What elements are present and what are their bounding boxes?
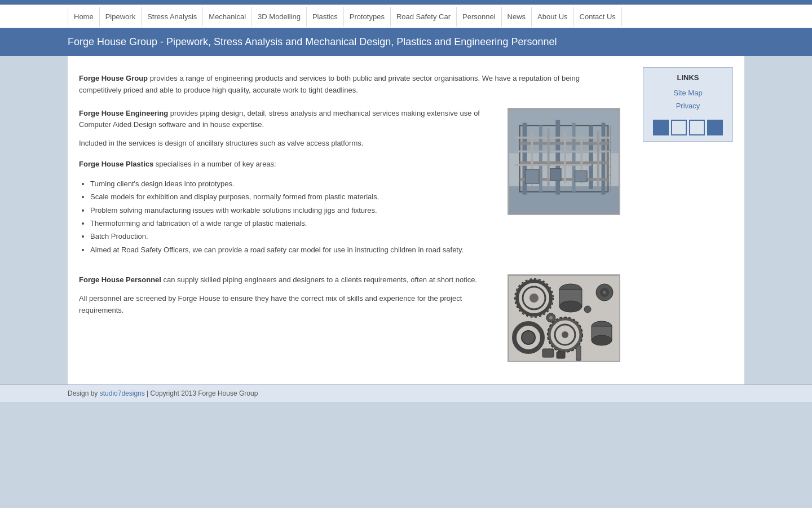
parts-image [508,274,620,362]
list-item: Turning client's design ideas into proto… [90,177,496,190]
forge-house-personnel-bold: Forge House Personnel [79,275,161,284]
svg-point-47 [522,331,535,344]
nav-item-mechanical[interactable]: Mechanical [203,7,252,27]
industrial-image [508,108,620,215]
svg-rect-6 [555,120,560,194]
list-item: Batch Production. [90,230,496,243]
plastics-bullet-list: Turning client's design ideas into proto… [90,177,496,256]
personnel-text-body: can supply skilled piping engineers and … [161,275,477,284]
deco-block-1 [653,120,669,135]
section-forge-house-group: Forge House Group provides a range of en… [79,73,620,97]
nav-item-contact-us[interactable]: Contact Us [574,7,622,27]
svg-rect-23 [575,170,588,182]
plastics-intro-text: specialises in a number of key areas: [153,160,276,168]
intro-text: provides a range of engineering products… [79,74,580,94]
parts-svg [509,275,620,362]
links-title: LINKS [649,73,727,82]
svg-rect-20 [597,131,599,186]
title-banner: Forge House Group - Pipework, Stress Ana… [0,28,812,56]
plastics-paragraph: Forge House Plastics specialises in a nu… [79,159,496,170]
footer: Design by studio7designs | Copyright 201… [0,384,812,402]
parts-image-container [508,274,620,362]
svg-rect-58 [542,349,554,357]
designer-link[interactable]: studio7designs [100,389,145,397]
list-item: Thermoforming and fabrication of a wide … [90,217,496,230]
footer-copyright: | Copyright 2013 Forge House Group [145,389,258,397]
svg-rect-17 [548,128,550,186]
page-title: Forge House Group - Pipework, Stress Ana… [68,36,744,48]
site-map-link[interactable]: Site Map [649,86,727,99]
svg-rect-9 [602,122,606,194]
list-item: Aimed at Road Safety Officers, we can pr… [90,243,496,256]
svg-rect-22 [550,168,562,181]
svg-point-45 [603,291,606,294]
industrial-image-container [508,108,620,264]
industrial-svg [509,109,619,214]
nav-item-3d-modelling[interactable]: 3D Modelling [252,7,307,27]
section-engineering: Forge House Engineering provides piping … [79,108,620,264]
nav-item-news[interactable]: News [502,7,532,27]
engineering-text: Forge House Engineering provides piping … [79,108,496,264]
svg-point-56 [549,316,553,319]
nav-item-about-us[interactable]: About Us [532,7,573,27]
forge-house-engineering-bold: Forge House Engineering [79,109,168,117]
main-content: Forge House Group provides a range of en… [68,56,744,384]
list-item: Scale models for exhibition and display … [90,190,496,203]
decorative-blocks [649,120,727,135]
deco-block-3 [689,120,705,135]
top-accent-bar [0,0,812,5]
svg-point-54 [592,335,612,345]
navigation-bar: Home Pipework Stress Analysis Mechanical… [0,5,812,28]
forge-house-plastics-bold: Forge House Plastics [79,160,153,168]
svg-marker-61 [576,360,581,362]
list-item: Problem solving manufacturing issues wit… [90,204,496,217]
sidebar: LINKS Site Map Privacy [643,67,733,373]
forge-house-group-bold: Forge House Group [79,74,148,82]
section-plastics: Forge House Plastics specialises in a nu… [79,159,496,256]
nav-item-prototypes[interactable]: Prototypes [344,7,391,27]
svg-point-57 [584,306,591,313]
svg-rect-59 [557,352,565,358]
sidebar-links-box: LINKS Site Map Privacy [643,67,733,142]
content-area: Forge House Group provides a range of en… [79,67,632,373]
deco-block-4 [707,120,723,135]
svg-rect-5 [539,125,542,191]
svg-rect-21 [525,169,539,183]
svg-point-42 [559,301,582,312]
nav-item-stress-analysis[interactable]: Stress Analysis [142,7,203,27]
svg-rect-60 [576,346,581,360]
svg-point-50 [562,331,568,338]
personnel-paragraph-1: Forge House Personnel can supply skilled… [79,274,496,286]
intro-paragraph: Forge House Group provides a range of en… [79,73,620,97]
privacy-link[interactable]: Privacy [649,99,727,112]
svg-rect-15 [514,164,592,165]
svg-rect-18 [564,131,566,183]
section-personnel: Forge House Personnel can supply skilled… [79,274,620,362]
personnel-text: Forge House Personnel can supply skilled… [79,274,496,362]
nav-item-road-safety-car[interactable]: Road Safety Car [391,7,457,27]
nav-item-personnel[interactable]: Personnel [457,7,502,27]
nav-item-home[interactable]: Home [68,7,100,27]
footer-text: Design by [68,389,100,397]
svg-point-38 [529,294,539,303]
personnel-paragraph-2: All personnel are screened by Forge Hous… [79,293,496,317]
engineering-paragraph-2: Included in the services is design of an… [79,138,496,150]
nav-item-pipework[interactable]: Pipework [100,7,142,27]
nav-item-plastics[interactable]: Plastics [307,7,344,27]
deco-block-2 [671,120,687,135]
engineering-paragraph: Forge House Engineering provides piping … [79,108,496,132]
